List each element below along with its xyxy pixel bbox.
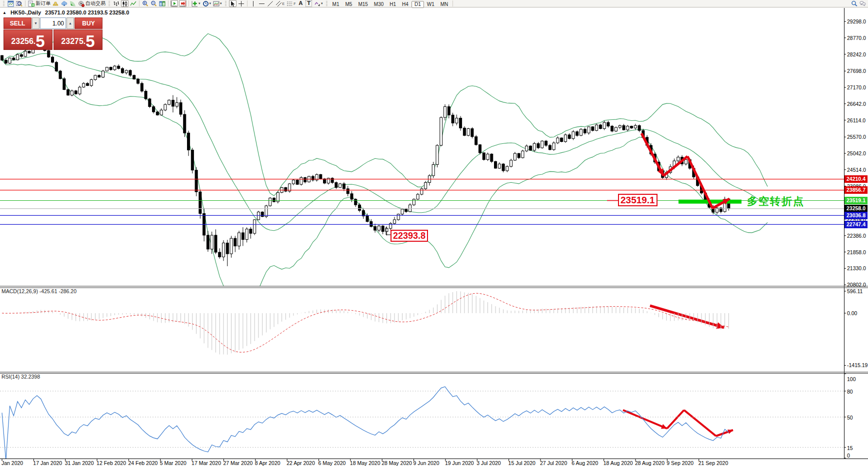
date-label: 5 Mar 2020 <box>160 460 186 466</box>
collapse-quote-panel-icon[interactable]: ▲ <box>2 10 6 15</box>
macd-axis-label: 0.00 <box>847 310 857 316</box>
date-label: 27 Jul 2020 <box>540 460 567 466</box>
price-tick-label: 21330.0 <box>847 265 866 271</box>
spinner-down-icon: ▼ <box>34 21 38 25</box>
volume-input[interactable] <box>40 17 66 29</box>
buy-button[interactable]: BUY <box>74 17 102 29</box>
rsi-axis-label: 80 <box>847 389 853 395</box>
price-badge: 23519.1 <box>844 197 868 204</box>
price-tick-label: 25042.0 <box>847 150 866 156</box>
resistance-level-box[interactable]: 23519.1 <box>618 194 658 206</box>
price-tick-label: 26114.0 <box>847 117 866 123</box>
buy-quote[interactable]: 23275.5 <box>54 29 102 50</box>
symbol-period-label: HK50-,Daily <box>10 9 41 15</box>
buy-price-big: 5 <box>86 35 94 48</box>
date-label: 9 Jun 2020 <box>414 460 440 466</box>
date-label: 19 Jun 2020 <box>445 460 474 466</box>
date-label: 24 Feb 2020 <box>128 460 158 466</box>
macd-axis-label: -1415.19 <box>847 362 868 368</box>
date-label: 31 Jan 2020 <box>65 460 94 466</box>
price-tick-label: 28770.0 <box>847 35 866 41</box>
chart-area: ▲ HK50-,Daily 23571.0 23580.0 23193.5 23… <box>0 8 868 466</box>
volume-increase-button[interactable]: ▲ <box>66 17 74 29</box>
support-level-box[interactable]: 22393.8 <box>390 230 428 242</box>
date-label: 21 Sep 2020 <box>698 460 728 466</box>
date-label: 6 May 2020 <box>318 460 346 466</box>
price-tick-label: 21858.0 <box>847 249 866 255</box>
date-label: 28 May 2020 <box>382 460 412 466</box>
price-badge: 22747.4 <box>844 221 868 228</box>
price-tick-label: 27170.0 <box>847 84 866 90</box>
buy-price-int: 23275 <box>61 37 84 45</box>
chart-canvas[interactable] <box>0 0 868 466</box>
rsi-axis-label: 15 <box>847 445 853 451</box>
price-tick-label: 29298.0 <box>847 18 866 24</box>
price-tick-label: 20802.0 <box>847 282 866 288</box>
sell-button-label: SELL <box>10 20 26 27</box>
price-badge: 24210.4 <box>844 175 868 183</box>
chart-title: ▲ HK50-,Daily 23571.0 23580.0 23193.5 23… <box>2 9 129 15</box>
date-label: 18 Aug 2020 <box>604 460 633 466</box>
buy-button-label: BUY <box>82 20 94 27</box>
date-label: 17 Mar 2020 <box>192 460 221 466</box>
date-label: 15 Jul 2020 <box>508 460 536 466</box>
rsi-indicator-label: RSI(14) 32.2398 <box>2 374 40 380</box>
date-label: Jan 2020 <box>2 460 23 466</box>
sell-button[interactable]: SELL <box>4 17 32 29</box>
sell-price-big: 5 <box>36 35 44 48</box>
rsi-axis-label: 0 <box>847 453 850 459</box>
date-label: 27 Mar 2020 <box>223 460 252 466</box>
one-click-trade-panel: SELL ▼ ▲ BUY 23256.5 23275.5 <box>4 17 102 50</box>
date-label: 3 Jul 2020 <box>476 460 500 466</box>
price-tick-label: 25570.0 <box>847 134 866 140</box>
date-label: 18 May 2020 <box>350 460 380 466</box>
spinner-up-icon: ▲ <box>68 21 72 25</box>
price-tick-label: 22386.0 <box>847 233 866 239</box>
date-label: 17 Jan 2020 <box>33 460 62 466</box>
volume-decrease-button[interactable]: ▼ <box>32 17 40 29</box>
date-label: 6 Aug 2020 <box>572 460 598 466</box>
price-tick-label: 24514.0 <box>847 167 866 173</box>
rsi-axis-label: 100 <box>847 376 856 382</box>
price-tick-label: 26642.0 <box>847 101 866 107</box>
macd-indicator-label: MACD(12,26,9) -425.61 -286.20 <box>2 288 76 294</box>
price-tick-label: 28242.0 <box>847 51 866 57</box>
date-label: 22 Apr 2020 <box>286 460 315 466</box>
macd-axis-label: 596.11 <box>847 288 862 294</box>
date-label: 28 Aug 2020 <box>635 460 664 466</box>
price-tick-label: 27698.0 <box>847 68 866 74</box>
mt4-window: 新订单 自动交易 <box>0 0 868 466</box>
date-label: 12 Feb 2020 <box>96 460 126 466</box>
price-badge: 23036.8 <box>844 212 868 219</box>
date-label: 9 Sep 2020 <box>666 460 694 466</box>
ohlc-values: 23571.0 23580.0 23193.5 23258.0 <box>45 9 129 15</box>
turning-point-text[interactable]: 多空转折点 <box>747 194 804 208</box>
rsi-axis-label: 50 <box>847 415 853 421</box>
sell-price-int: 23256 <box>11 37 34 45</box>
price-badge: 23856.7 <box>844 186 868 194</box>
date-label: 8 Apr 2020 <box>255 460 280 466</box>
sell-quote[interactable]: 23256.5 <box>4 29 52 50</box>
